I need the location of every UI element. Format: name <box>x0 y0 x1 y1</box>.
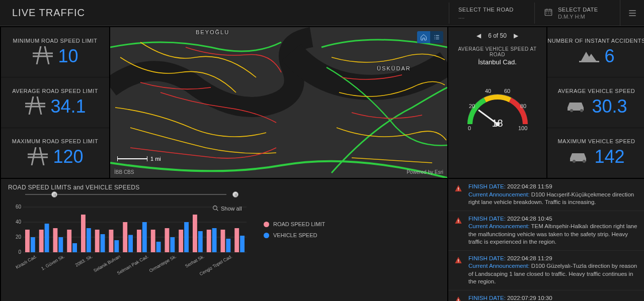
svg-rect-71 <box>458 222 458 222</box>
svg-point-19 <box>213 206 217 210</box>
svg-rect-49 <box>170 237 175 252</box>
warning-icon <box>454 256 463 286</box>
right-stats: NUMBER OF INSTANT ACCIDENTS 6 AVERAGE VE… <box>547 27 644 178</box>
svg-rect-69 <box>458 190 458 190</box>
svg-rect-54 <box>207 230 211 252</box>
svg-rect-73 <box>458 261 458 262</box>
svg-text:40: 40 <box>16 219 22 225</box>
map-home-button[interactable] <box>417 31 430 43</box>
stat-accidents: NUMBER OF INSTANT ACCIDENTS 6 <box>547 27 644 77</box>
legend-swatch-limit <box>264 222 269 227</box>
stat-min-speed: MINIMUM ROAD SPEED LIMIT 10 <box>1 27 109 77</box>
svg-point-11 <box>570 109 573 112</box>
svg-rect-30 <box>39 230 44 252</box>
speed-gauge: 0 20 40 60 80 100 18 <box>460 79 535 134</box>
menu-button[interactable] <box>620 0 644 26</box>
svg-rect-16 <box>55 193 56 196</box>
svg-rect-43 <box>128 235 133 253</box>
svg-rect-17 <box>235 193 235 196</box>
page-title: LIVE TRAFFIC <box>0 7 97 19</box>
road-pager: ◀ 6 of 50 ▶ <box>476 32 518 39</box>
svg-rect-39 <box>101 234 105 252</box>
svg-rect-50 <box>179 230 183 252</box>
svg-rect-31 <box>45 224 49 252</box>
slider-handle-right[interactable] <box>232 191 238 197</box>
svg-rect-47 <box>156 242 161 252</box>
map-legend-button[interactable] <box>430 31 443 43</box>
slider-handle-left[interactable] <box>51 191 57 197</box>
svg-text:40: 40 <box>485 88 491 94</box>
announcements-panel[interactable]: FINISH DATE: 2022:04:28 11:59 Current An… <box>448 179 644 301</box>
stat-avg-speed: AVERAGE ROAD SPEED LIMIT 34.1 <box>1 77 109 128</box>
svg-rect-0 <box>545 10 552 16</box>
svg-rect-37 <box>87 228 91 252</box>
svg-text:60: 60 <box>16 204 22 210</box>
svg-rect-28 <box>25 230 30 252</box>
pager-text: 6 of 50 <box>488 32 507 39</box>
stat-avg-vehicle-speed: AVERAGE VEHICLE SPEED 30.3 <box>547 77 644 128</box>
road-selector-value: .... <box>458 14 525 20</box>
map-scale: 1 mi <box>117 156 161 162</box>
gauge-title: AVERAGE VEHICLE SPEED AT ROAD <box>451 46 543 57</box>
date-selector-label: SELECT DATE <box>558 7 598 13</box>
stat-max-vehicle-speed: MAXIMUM VEHICLE SPEED 142 <box>547 128 644 178</box>
prev-road-button[interactable]: ◀ <box>476 32 481 39</box>
map-attribution-right: Powered by Esri <box>407 169 443 175</box>
announcement-item: FINISH DATE: 2022:04:28 11:59 Current An… <box>448 179 644 211</box>
map-label-uskudar: ÜSKÜDAR <box>377 65 411 71</box>
road-selector[interactable]: SELECT THE ROAD .... <box>449 3 534 24</box>
svg-rect-42 <box>123 222 127 252</box>
svg-rect-72 <box>458 259 458 261</box>
svg-rect-74 <box>458 299 458 301</box>
svg-text:Serhat Sk.: Serhat Sk. <box>184 254 205 269</box>
map-attribution-left: İBB CBS <box>114 169 134 175</box>
gauge-value: 18 <box>460 118 535 129</box>
svg-rect-35 <box>72 243 77 252</box>
warning-icon <box>454 217 463 246</box>
chart-title: ROAD SPEED LIMITS and VEHICLE SPEEDS <box>8 184 440 191</box>
svg-rect-34 <box>67 230 71 252</box>
topbar: LIVE TRAFFIC SELECT THE ROAD .... SELECT… <box>0 0 644 26</box>
gauge-road-name: İstanbul Cad. <box>478 58 517 66</box>
svg-rect-44 <box>137 230 141 252</box>
date-selector[interactable]: SELECT DATE D.M.Y H:M <box>534 3 620 24</box>
highway-icon <box>24 96 46 116</box>
svg-text:1. Güven Sk.: 1. Güven Sk. <box>40 254 65 271</box>
map-label-beyoglu: BEYOĞLU <box>196 29 229 35</box>
next-road-button[interactable]: ▶ <box>514 32 518 39</box>
highway-icon <box>27 147 49 167</box>
svg-rect-10 <box>579 61 599 62</box>
announcement-item: FINISH DATE: 2022:04:28 10:45 Current An… <box>448 211 644 251</box>
chart-panel: ROAD SPEED LIMITS and VEHICLE SPEEDS Sho… <box>1 179 447 301</box>
announcement-item: FINISH DATE: 2022:07:29 10:30 Current An… <box>448 290 644 301</box>
gauge-panel: ◀ 6 of 50 ▶ AVERAGE VEHICLE SPEED AT ROA… <box>448 27 546 178</box>
svg-text:0: 0 <box>18 249 21 255</box>
svg-rect-70 <box>458 220 458 222</box>
svg-text:2083. Sk.: 2083. Sk. <box>74 254 94 268</box>
svg-rect-56 <box>220 230 225 252</box>
svg-rect-41 <box>114 240 119 252</box>
svg-rect-38 <box>95 230 100 252</box>
left-stats: MINIMUM ROAD SPEED LIMIT 10 AVERAGE ROAD… <box>1 27 109 178</box>
traffic-map[interactable]: BEYOĞLU ÜSKÜDAR 1 mi İBB CBS Powered by … <box>110 27 447 178</box>
car-icon <box>568 149 590 165</box>
svg-rect-36 <box>81 215 86 252</box>
svg-rect-46 <box>151 230 155 252</box>
car-icon <box>566 98 588 114</box>
legend-swatch-speed <box>264 233 269 238</box>
svg-text:20: 20 <box>469 103 475 109</box>
svg-text:Selanik Bulvarı: Selanik Bulvarı <box>93 254 121 273</box>
show-all-button[interactable]: Show all <box>212 205 242 212</box>
svg-rect-58 <box>234 228 239 252</box>
svg-text:60: 60 <box>504 88 510 94</box>
svg-rect-68 <box>458 187 458 189</box>
svg-rect-57 <box>226 239 230 252</box>
warning-icon <box>454 296 463 301</box>
svg-text:20: 20 <box>16 234 22 240</box>
svg-rect-32 <box>53 228 57 252</box>
svg-point-14 <box>583 160 586 163</box>
svg-point-12 <box>580 109 583 112</box>
svg-rect-45 <box>142 222 147 252</box>
date-selector-value: D.M.Y H:M <box>558 14 598 20</box>
svg-rect-53 <box>198 231 203 252</box>
